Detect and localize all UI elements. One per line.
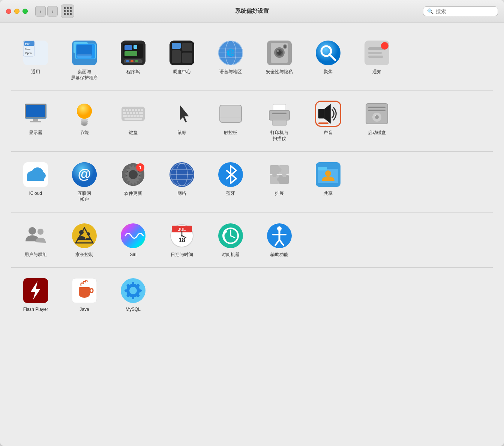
svg-rect-71 — [133, 112, 135, 114]
search-box[interactable]: 🔍 — [423, 6, 498, 16]
svg-rect-169 — [79, 287, 90, 295]
svg-rect-69 — [127, 112, 129, 114]
pref-item-datetime[interactable]: JUL 18 日期与时间 — [158, 219, 206, 262]
svg-point-139 — [325, 170, 331, 176]
pref-item-icloud[interactable]: iCloud — [11, 158, 60, 200]
pref-label-extensions: 扩展 — [275, 191, 284, 197]
pref-item-accessibility[interactable]: 辅助功能 — [255, 219, 304, 262]
svg-text:Open: Open — [25, 52, 32, 55]
pref-item-security[interactable]: 安全性与隐私 — [255, 36, 304, 79]
svg-rect-47 — [368, 56, 383, 58]
svg-point-40 — [284, 45, 286, 48]
pref-item-users[interactable]: 用户与群组 — [11, 219, 60, 262]
svg-point-146 — [87, 232, 90, 235]
pref-item-sound[interactable]: 声音 — [304, 97, 352, 140]
svg-rect-24 — [182, 43, 192, 51]
svg-rect-16 — [124, 51, 137, 56]
pref-item-bluetooth[interactable]: 蓝牙 — [206, 158, 255, 200]
pref-label-desktop: 桌面与屏幕保护程序 — [71, 69, 98, 81]
pref-label-timemachine: 时间机器 — [222, 252, 240, 258]
pref-icon-accessibility — [266, 223, 292, 249]
svg-rect-68 — [123, 112, 126, 114]
svg-rect-96 — [368, 107, 386, 108]
nav-buttons: ‹ › — [35, 6, 58, 17]
svg-rect-64 — [132, 109, 134, 111]
close-button[interactable] — [6, 9, 11, 14]
pref-icon-mission — [169, 40, 195, 66]
pref-icon-parental — [71, 223, 98, 249]
pref-item-mission[interactable]: 调度中心 — [158, 36, 206, 79]
pref-icon-mouse — [169, 101, 195, 127]
pref-item-java[interactable]: Java — [60, 274, 109, 316]
other-section: Flash Player Java — [11, 268, 493, 322]
pref-label-general: 通用 — [31, 69, 40, 75]
svg-rect-177 — [138, 289, 142, 292]
svg-point-141 — [38, 229, 44, 235]
pref-item-language[interactable]: 🌐 语言与地区 — [206, 36, 255, 79]
pref-item-timemachine[interactable]: 时间机器 — [206, 219, 255, 262]
pref-label-keyboard: 键盘 — [129, 130, 138, 136]
system-items-row: 用户与群组 — [11, 219, 493, 262]
pref-item-parental[interactable]: 家长控制 — [60, 219, 109, 262]
grid-view-button[interactable] — [61, 5, 74, 18]
pref-item-startup[interactable]: 启动磁盘 — [352, 97, 401, 140]
svg-rect-63 — [129, 109, 131, 111]
pref-icon-timemachine — [218, 223, 244, 249]
pref-item-network[interactable]: 网络 — [158, 158, 206, 200]
pref-icon-bluetooth — [218, 161, 244, 188]
back-button[interactable]: ‹ — [35, 6, 46, 17]
pref-item-printer[interactable]: 打印机与扫描仪 — [255, 97, 304, 145]
pref-item-siri[interactable]: Siri — [109, 219, 158, 262]
pref-icon-datetime: JUL 18 — [169, 223, 195, 249]
pref-item-desktop[interactable]: 桌面与屏幕保护程序 — [60, 36, 109, 84]
pref-item-energy[interactable]: 节能 — [60, 97, 109, 140]
svg-point-135 — [277, 177, 282, 182]
svg-rect-52 — [33, 119, 38, 121]
pref-item-mysql[interactable]: MySQL — [109, 274, 158, 316]
svg-rect-73 — [139, 112, 143, 114]
pref-icon-language: 🌐 — [218, 40, 244, 66]
pref-icon-network — [169, 161, 195, 188]
pref-label-sharing: 共享 — [324, 191, 333, 197]
svg-rect-105 — [27, 176, 44, 181]
pref-icon-internet: @ — [71, 161, 98, 188]
pref-item-keyboard[interactable]: 键盘 — [109, 97, 158, 140]
pref-item-update[interactable]: 1 软件更新 — [109, 158, 158, 200]
pref-label-accessibility: 辅助功能 — [270, 252, 288, 258]
pref-item-notification[interactable]: 通知 — [352, 36, 401, 79]
svg-point-59 — [81, 124, 87, 126]
other-items-row: Flash Player Java — [11, 274, 493, 316]
pref-item-sharing[interactable]: 共享 — [304, 158, 352, 200]
search-input[interactable] — [436, 8, 494, 14]
pref-label-parental: 家长控制 — [75, 252, 93, 258]
pref-label-security: 安全性与隐私 — [266, 69, 293, 75]
svg-point-132 — [277, 167, 282, 172]
maximize-button[interactable] — [22, 9, 28, 14]
svg-rect-53 — [30, 121, 41, 122]
hardware-items-row: 显示器 — [11, 97, 493, 145]
svg-rect-176 — [124, 289, 128, 292]
pref-item-internet[interactable]: @ 互联网帐户 — [60, 158, 109, 206]
personal-items-row: File New Open 通用 — [11, 36, 493, 84]
pref-item-mouse[interactable]: 鼠标 — [158, 97, 206, 140]
pref-label-java: Java — [80, 307, 89, 313]
pref-item-dock[interactable]: 程序坞 — [109, 36, 158, 79]
pref-icon-sharing — [315, 161, 341, 188]
pref-item-spotlight[interactable]: 聚焦 — [304, 36, 352, 79]
pref-item-extensions[interactable]: 扩展 — [255, 158, 304, 200]
minimize-button[interactable] — [14, 9, 20, 14]
svg-rect-57 — [81, 121, 88, 122]
svg-rect-61 — [123, 109, 125, 111]
pref-icon-icloud — [22, 161, 49, 188]
svg-rect-22 — [172, 43, 181, 49]
pref-label-dock: 程序坞 — [126, 69, 140, 75]
svg-rect-14 — [124, 45, 132, 50]
pref-item-flash[interactable]: Flash Player — [11, 274, 60, 316]
pref-item-display[interactable]: 显示器 — [11, 97, 60, 140]
svg-rect-19 — [130, 60, 134, 62]
pref-item-general[interactable]: File New Open 通用 — [11, 36, 60, 79]
forward-button[interactable]: › — [47, 6, 58, 17]
pref-label-internet: 互联网帐户 — [78, 191, 91, 202]
svg-rect-91 — [318, 109, 324, 119]
pref-item-trackpad[interactable]: 触控板 — [206, 97, 255, 140]
